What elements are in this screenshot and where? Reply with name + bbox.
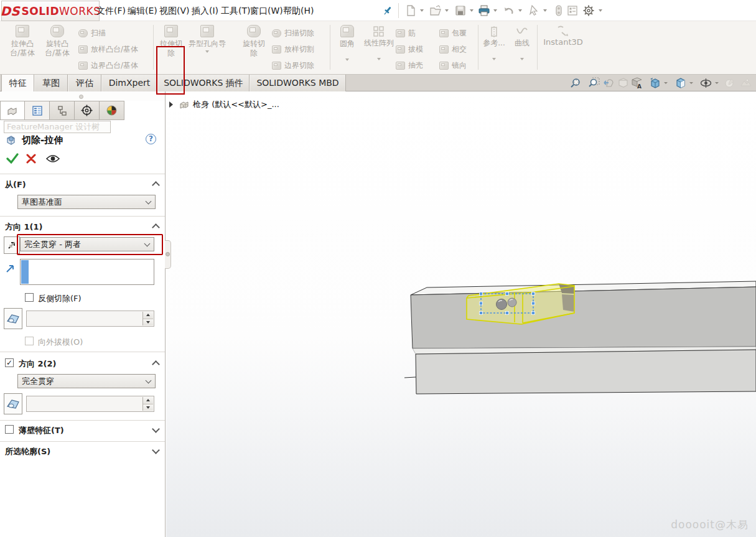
flyout-feature-tree[interactable]: 枪身 (默认<<默认>_... <box>169 99 279 110</box>
ok-check-icon[interactable] <box>6 152 19 164</box>
intersect-button[interactable]: 相交 <box>439 42 467 56</box>
section-direction2-header[interactable]: 方向 2(2) <box>19 358 57 370</box>
options-caret[interactable] <box>599 9 602 12</box>
print-caret[interactable] <box>493 9 497 12</box>
display-style-caret[interactable] <box>689 82 693 84</box>
view-orientation-icon[interactable] <box>648 77 661 90</box>
hide-show-items-icon[interactable] <box>699 77 712 90</box>
swept-boss-button[interactable]: 扫描 <box>78 26 106 40</box>
direction1-draft-field[interactable] <box>26 311 154 327</box>
new-document-caret[interactable] <box>420 9 424 12</box>
print-icon[interactable] <box>478 4 490 17</box>
tab-solidworks-mbd[interactable]: SOLIDWORKS MBD <box>250 75 346 91</box>
tab-featuremanager-tree[interactable] <box>0 101 25 120</box>
display-style-icon[interactable] <box>674 77 687 90</box>
section-view-icon[interactable] <box>617 77 630 90</box>
from-dropdown[interactable]: 草图基准面 <box>17 195 156 209</box>
draft-button[interactable]: 拔模 <box>396 42 423 56</box>
selection-filter-icon[interactable] <box>553 4 565 17</box>
part-upper-band-face[interactable] <box>411 287 756 348</box>
fillet-button[interactable]: 圆角 <box>335 25 360 71</box>
thin-feature-checkbox[interactable] <box>5 425 14 434</box>
tab-features[interactable]: 特征 <box>1 75 34 91</box>
model-3d-view[interactable] <box>398 268 756 411</box>
help-icon[interactable]: ? <box>146 134 156 144</box>
section-thin-feature-header[interactable]: 薄壁特征(T) <box>19 425 64 436</box>
revolved-cut-button[interactable]: 旋转切除 <box>239 25 269 71</box>
section-thin-feature-expand-icon[interactable] <box>152 425 160 433</box>
zoom-area-icon[interactable] <box>587 77 600 90</box>
menu-help[interactable]: 帮助(H) <box>279 4 317 17</box>
options-gear-icon[interactable] <box>582 4 595 17</box>
mirror-button[interactable]: 镜向 <box>439 58 467 72</box>
flyout-expand-icon[interactable] <box>169 101 173 108</box>
section-from-collapse-icon[interactable] <box>152 181 160 189</box>
direction1-draft-spinner[interactable] <box>142 312 153 325</box>
rib-button[interactable]: 筋 <box>396 26 416 40</box>
new-document-icon[interactable] <box>404 4 417 17</box>
task-pane-icon[interactable] <box>566 4 579 17</box>
fillet-caret[interactable] <box>345 58 349 61</box>
tab-evaluate[interactable]: 评估 <box>68 75 101 91</box>
extruded-boss-button[interactable]: 拉伸凸台/基体 <box>5 25 40 71</box>
select-icon[interactable] <box>528 4 540 17</box>
direction2-checkbox[interactable]: ✓ <box>5 358 14 367</box>
open-caret[interactable] <box>445 9 449 12</box>
flip-side-checkbox[interactable] <box>25 293 34 302</box>
select-caret[interactable] <box>543 9 547 12</box>
pin-icon[interactable] <box>381 4 394 17</box>
undo-icon[interactable] <box>503 4 515 17</box>
wrap-button[interactable]: 包覆 <box>439 26 467 40</box>
part-lower-band-face[interactable] <box>416 350 756 394</box>
graphics-viewport[interactable]: 枪身 (默认<<默认>_... <box>166 91 756 537</box>
open-icon[interactable] <box>429 4 442 17</box>
hide-show-caret[interactable] <box>715 82 719 84</box>
scene-icon[interactable] <box>739 77 752 90</box>
linear-pattern-button[interactable]: 线性阵列 <box>360 25 398 71</box>
tab-propertymanager[interactable] <box>25 101 50 120</box>
hole-wizard-button[interactable]: 异型孔向导 <box>187 25 228 71</box>
tab-dimxpertmanager[interactable] <box>75 101 100 120</box>
zoom-fit-icon[interactable] <box>569 77 582 90</box>
direction2-draft-button[interactable] <box>4 393 22 414</box>
reference-geometry-button[interactable]: 参考... <box>480 25 508 71</box>
direction2-end-condition-dropdown[interactable]: 完全贯穿 <box>17 374 156 388</box>
revolved-boss-button[interactable]: 旋转凸台/基体 <box>40 25 75 71</box>
section-selected-contours-expand-icon[interactable] <box>152 446 160 454</box>
tab-dimxpert[interactable]: DimXpert <box>101 75 157 91</box>
instant3d-button[interactable]: Instant3D <box>540 25 586 71</box>
tab-configurationmanager[interactable] <box>50 101 75 120</box>
curves-caret[interactable] <box>520 58 524 60</box>
section-from-header[interactable]: 从(F) <box>5 179 26 190</box>
reference-caret[interactable] <box>492 58 496 60</box>
section-direction1-header[interactable]: 方向 1(1) <box>5 222 43 233</box>
direction2-draft-field[interactable] <box>26 396 154 412</box>
linear-pattern-caret[interactable] <box>377 58 381 60</box>
draft-angle-button[interactable] <box>4 308 22 329</box>
panel-splitter[interactable] <box>0 91 165 101</box>
preview-eye-icon[interactable] <box>46 154 60 164</box>
previous-view-icon[interactable] <box>602 77 615 90</box>
section-selected-contours-header[interactable]: 所选轮廓(S) <box>5 446 50 457</box>
panel-collapse-handle[interactable] <box>165 240 171 269</box>
view-orientation-caret[interactable] <box>664 82 668 84</box>
edit-appearance-icon[interactable] <box>723 77 736 90</box>
lofted-boss-button[interactable]: 放样凸台/基体 <box>78 42 138 56</box>
view-settings-icon[interactable]: A <box>630 77 643 90</box>
lofted-cut-button[interactable]: 放样切割 <box>272 42 314 56</box>
save-caret[interactable] <box>470 9 474 12</box>
flyout-tree-item-label[interactable]: 枪身 (默认<<默认>_... <box>193 99 279 110</box>
swept-cut-button[interactable]: 扫描切除 <box>272 26 314 40</box>
curves-button[interactable]: 曲线 <box>509 25 535 71</box>
hole-wizard-caret[interactable] <box>205 50 209 53</box>
direction2-draft-spinner[interactable] <box>142 397 153 411</box>
save-icon[interactable] <box>454 4 467 17</box>
undo-caret[interactable] <box>518 9 522 12</box>
boundary-boss-button[interactable]: 边界凸台/基体 <box>78 58 138 72</box>
flip-side-label[interactable]: 反侧切除(F) <box>38 293 82 304</box>
cancel-x-icon[interactable] <box>26 154 36 164</box>
section-direction1-collapse-icon[interactable] <box>152 223 160 231</box>
section-direction2-collapse-icon[interactable] <box>152 360 160 368</box>
shell-button[interactable]: 抽壳 <box>396 58 423 72</box>
boundary-cut-button[interactable]: 边界切除 <box>272 58 314 72</box>
